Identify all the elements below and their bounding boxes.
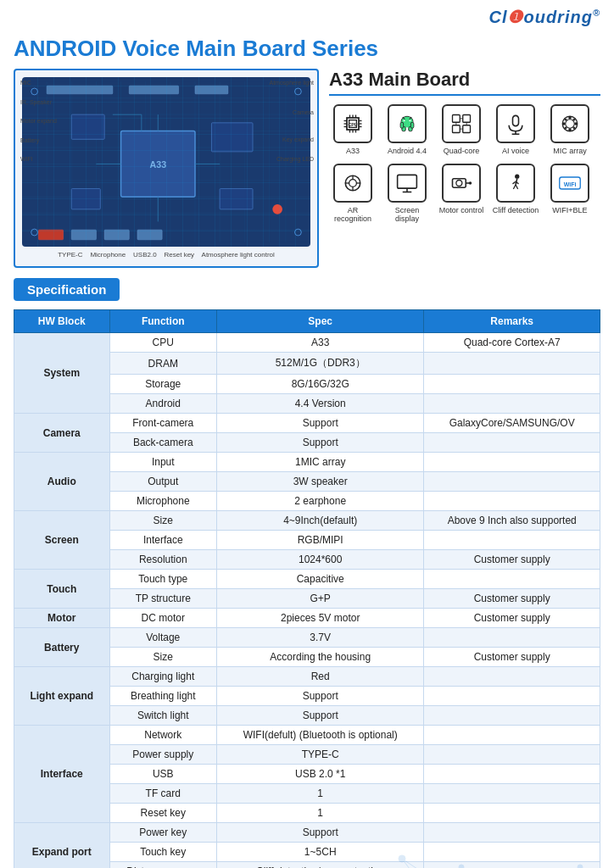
table-remarks-cell [424, 628, 600, 648]
table-function-cell: DC motor [109, 609, 216, 628]
spec-table: HW Block Function Spec Remarks SystemCPU… [14, 309, 600, 868]
table-function-cell: CPU [109, 333, 216, 353]
svg-point-83 [565, 127, 567, 130]
page-title: ANDROID Voice Main Board Series [0, 31, 614, 69]
table-function-cell: Resolution [109, 550, 216, 570]
svg-point-98 [515, 175, 519, 179]
table-group-cell: Light expand [14, 667, 110, 726]
icon-android: Android 4.4 [383, 104, 431, 155]
table-remarks-cell [424, 492, 600, 511]
table-group-cell: Audio [14, 453, 110, 511]
icon-wifi: WiFi WIFI+BLE [546, 164, 594, 223]
table-spec-cell: 8G/16G/32G [217, 375, 424, 394]
top-section: A33 [0, 69, 614, 268]
table-remarks-cell [424, 706, 600, 726]
spec-title: Specification [14, 278, 120, 301]
table-remarks-cell [424, 745, 600, 765]
svg-point-81 [565, 119, 567, 121]
table-group-cell: Touch [14, 570, 110, 609]
table-remarks-cell [424, 784, 600, 804]
table-function-cell: Reset key [109, 804, 216, 823]
ar-icon [341, 171, 365, 195]
table-spec-cell: WIFI(defult) (Bluetooth is optional) [217, 726, 424, 745]
svg-rect-66 [453, 125, 460, 133]
svg-point-82 [573, 119, 576, 121]
svg-point-77 [562, 122, 566, 125]
svg-rect-0 [22, 81, 310, 242]
svg-rect-91 [398, 175, 417, 188]
table-spec-cell: Cliff detection/eye protection [217, 862, 424, 868]
table-function-cell: Touch key [109, 843, 216, 862]
table-function-cell: Power key [109, 823, 216, 843]
svg-rect-65 [463, 115, 471, 123]
mainboard-spec: A33 Main Board CPU [329, 69, 600, 223]
svg-line-100 [513, 181, 516, 184]
table-function-cell: Touch type [109, 570, 216, 589]
svg-rect-63 [410, 122, 414, 128]
th-hwblock: HW Block [14, 310, 110, 333]
android-icon [395, 112, 419, 136]
mainboard-title: A33 Main Board [329, 69, 600, 96]
svg-point-79 [568, 116, 572, 120]
table-remarks-cell [424, 667, 600, 687]
svg-rect-23 [71, 114, 104, 139]
table-spec-cell: Support [217, 687, 424, 706]
table-spec-cell: Support [217, 433, 424, 453]
table-spec-cell: A33 [217, 333, 424, 353]
svg-point-55 [403, 120, 405, 121]
board-bottom-labels: TYPE-C Microphone USB2.0 Reset key Atmos… [22, 250, 310, 259]
table-spec-cell: Support [217, 706, 424, 726]
table-group-cell: Camera [14, 414, 110, 453]
svg-text:WiFi: WiFi [564, 181, 577, 187]
motor-icon [449, 171, 473, 195]
svg-rect-72 [513, 115, 519, 125]
svg-point-38 [295, 229, 302, 236]
svg-point-78 [574, 122, 578, 125]
table-remarks-cell [424, 472, 600, 492]
cpu-icon: CPU [341, 112, 365, 136]
table-remarks-cell: Above 9 Inch also supported [424, 511, 600, 531]
table-remarks-cell: Quad-core Cortex-A7 [424, 333, 600, 353]
table-function-cell: Distance sensor [109, 862, 216, 868]
table-spec-cell: RGB/MIPI [217, 531, 424, 550]
table-function-cell: Android [109, 394, 216, 414]
icon-cpu-label: A33 [346, 147, 360, 155]
svg-rect-29 [195, 86, 228, 94]
svg-point-37 [31, 229, 38, 236]
svg-point-56 [409, 120, 410, 121]
icon-ar-label: AR recognition [329, 206, 377, 223]
table-remarks-cell: Customer supply [424, 609, 600, 628]
table-spec-cell: 2pieces 5V motor [217, 609, 424, 628]
table-spec-cell: 3.7V [217, 628, 424, 648]
table-function-cell: DRAM [109, 353, 216, 375]
svg-rect-64 [453, 115, 460, 123]
table-function-cell: Power supply [109, 745, 216, 765]
svg-rect-32 [104, 230, 129, 240]
table-group-cell: System [14, 333, 110, 414]
svg-rect-24 [211, 123, 253, 152]
icon-cpu: CPU A33 [329, 104, 377, 155]
table-group-cell: Battery [14, 628, 110, 667]
svg-rect-67 [463, 125, 471, 133]
table-function-cell: TF card [109, 784, 216, 804]
svg-point-96 [469, 181, 472, 185]
board-image-container: A33 [14, 69, 319, 268]
table-spec-cell: 1024*600 [217, 550, 424, 570]
aivoice-icon [504, 112, 527, 136]
table-function-cell: Interface [109, 531, 216, 550]
svg-line-102 [513, 185, 516, 189]
icon-ar: AR recognition [329, 164, 377, 223]
table-remarks-cell [424, 726, 600, 745]
spec-section: Specification HW Block Function Spec Rem… [0, 268, 614, 868]
icon-motor: Motor control [438, 164, 485, 223]
icon-micarray: MIC array [546, 104, 594, 155]
table-function-cell: Input [109, 453, 216, 472]
micarray-icon [558, 112, 582, 136]
table-function-cell: Switch light [109, 706, 216, 726]
pcb-svg: A33 [22, 77, 310, 247]
table-spec-cell: 1MIC array [217, 453, 424, 472]
table-spec-cell: Red [217, 667, 424, 687]
table-function-cell: Front-camera [109, 414, 216, 433]
table-spec-cell: 4~9Inch(default) [217, 511, 424, 531]
table-spec-cell: 4.4 Version [217, 394, 424, 414]
